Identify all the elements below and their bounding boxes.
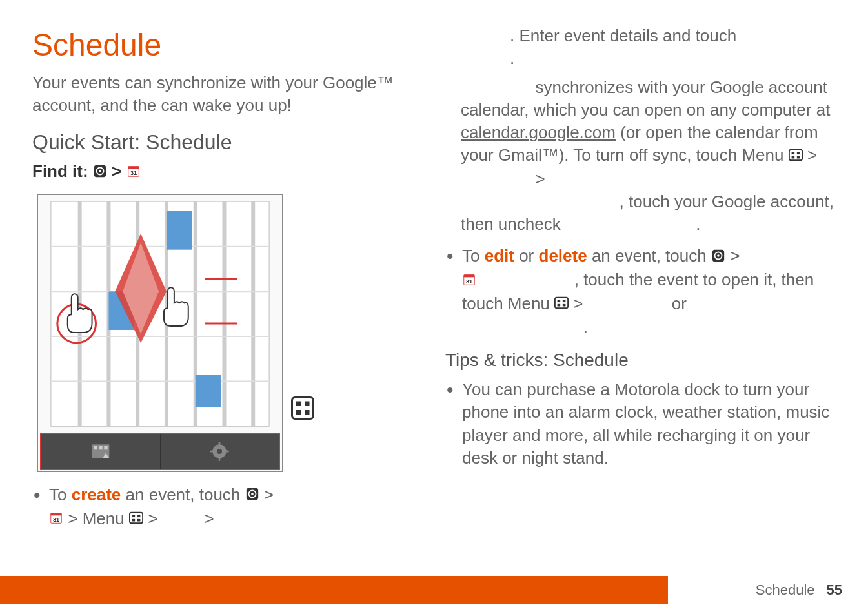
svg-rect-28: [99, 446, 102, 449]
svg-rect-40: [305, 410, 310, 415]
svg-rect-37: [296, 401, 301, 406]
bullet-create-event: To create an event, touch > 31 > Menu > …: [32, 484, 407, 531]
menu-soft-key-icon: [789, 145, 803, 168]
svg-point-2: [99, 170, 101, 172]
svg-rect-66: [558, 304, 561, 307]
apps-circle-icon: [245, 484, 259, 507]
tips-heading: Tips & tricks: Schedule: [445, 348, 836, 373]
svg-rect-52: [789, 150, 802, 161]
svg-rect-49: [137, 515, 141, 518]
apps-circle-icon: [93, 161, 107, 184]
svg-rect-64: [558, 300, 561, 303]
svg-rect-35: [226, 451, 229, 453]
svg-rect-27: [94, 446, 97, 449]
find-it-line: Find it: > 31: [32, 160, 407, 184]
svg-point-59: [717, 254, 720, 257]
svg-text:31: 31: [466, 278, 472, 284]
page-footer: Schedule 55: [0, 576, 868, 604]
svg-rect-38: [305, 401, 310, 406]
calendar-icon: 31: [126, 161, 141, 184]
quick-start-heading: Quick Start: Schedule: [32, 128, 407, 156]
svg-rect-39: [296, 410, 301, 415]
svg-rect-48: [132, 515, 135, 518]
svg-rect-51: [137, 519, 141, 522]
svg-rect-4: [128, 166, 139, 169]
svg-rect-65: [563, 300, 566, 303]
svg-rect-29: [104, 446, 107, 449]
keyword-create: create: [72, 485, 121, 504]
calendar-google-link[interactable]: calendar.google.com: [461, 123, 616, 142]
svg-rect-54: [797, 152, 800, 154]
svg-text:31: 31: [130, 169, 136, 176]
svg-rect-63: [555, 298, 568, 309]
svg-rect-55: [791, 156, 794, 159]
continuation-paragraph: . Enter event details and touch: [445, 25, 836, 47]
calendar-screenshot-figure: [37, 194, 283, 472]
svg-rect-67: [563, 304, 566, 307]
svg-rect-32: [219, 442, 221, 445]
intro-paragraph: Your events can synchronize with your Go…: [32, 72, 407, 117]
figure-callout-menu-icon: [291, 396, 314, 420]
svg-rect-56: [797, 156, 800, 159]
page-title: Schedule: [32, 25, 407, 67]
svg-rect-18: [167, 211, 192, 250]
figure-bottombar-left-button: [41, 434, 161, 469]
svg-point-31: [217, 449, 222, 454]
figure-bottombar-right-button: [161, 434, 279, 469]
figure-bottombar: [40, 433, 280, 470]
svg-rect-36: [292, 397, 314, 418]
tip-dock: You can purchase a Motorola dock to turn…: [445, 378, 836, 469]
menu-soft-key-icon: [554, 293, 569, 316]
svg-rect-34: [210, 451, 214, 453]
footer-section-label: Schedule: [756, 580, 815, 600]
apps-circle-icon: [711, 246, 725, 269]
footer-page-number: 55: [827, 580, 842, 600]
keyword-delete: delete: [539, 246, 587, 265]
calendar-icon: 31: [49, 508, 63, 531]
svg-rect-61: [464, 274, 475, 277]
svg-rect-50: [132, 519, 135, 522]
sync-paragraph: synchronizes with your Google account ca…: [445, 76, 836, 236]
svg-rect-33: [219, 457, 221, 460]
menu-soft-key-icon: [129, 508, 143, 531]
svg-rect-53: [791, 152, 794, 154]
svg-rect-45: [51, 513, 62, 516]
bullet-edit-delete-event: To edit or delete an event, touch > 31 ,…: [445, 245, 836, 338]
svg-rect-20: [196, 375, 221, 407]
svg-rect-47: [130, 513, 143, 524]
keyword-edit: edit: [485, 246, 514, 265]
svg-text:31: 31: [53, 517, 59, 523]
svg-point-43: [251, 493, 254, 496]
calendar-icon: 31: [462, 270, 476, 293]
